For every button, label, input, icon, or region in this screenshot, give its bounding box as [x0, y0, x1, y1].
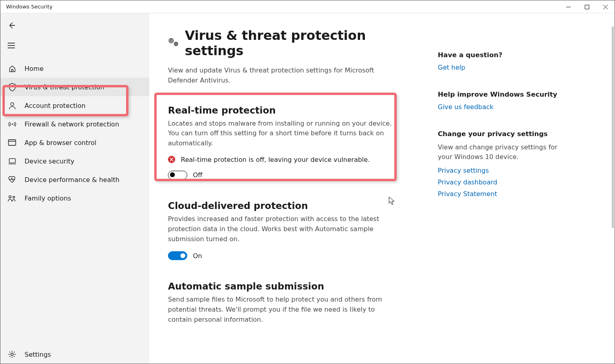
sidebar: Home Virus & threat protection Account p…: [0, 13, 149, 364]
section-sample: Automatic sample submission Send sample …: [168, 281, 426, 325]
side-block-title: Help improve Windows Security: [438, 91, 559, 98]
warning-row: Real-time protection is off, leaving you…: [168, 156, 426, 163]
section-cloud: Cloud-delivered protection Provides incr…: [168, 201, 426, 260]
svg-rect-3: [8, 140, 16, 145]
page-subtitle: View and update Virus & threat protectio…: [168, 66, 393, 86]
laptop-icon: [8, 158, 17, 164]
section-title: Cloud-delivered protection: [168, 201, 426, 211]
home-icon: [8, 65, 17, 72]
side-block-description: View and change privacy settings for you…: [438, 143, 559, 162]
svg-point-1: [10, 102, 14, 105]
window-controls: [559, 0, 615, 13]
titlebar: Windows Security: [0, 0, 615, 13]
minimize-button[interactable]: [559, 0, 578, 13]
sidebar-item-label: Family options: [25, 194, 71, 202]
page-header: Virus & threat protection settings: [168, 28, 426, 58]
menu-button[interactable]: [8, 37, 24, 54]
sidebar-item-label: Firewall & network protection: [25, 120, 119, 128]
side-block-title: Change your privacy settings: [438, 130, 559, 138]
window-title: Windows Security: [6, 4, 53, 10]
sidebar-item-app-browser[interactable]: App & browser control: [0, 133, 149, 152]
svg-point-2: [12, 124, 13, 125]
sidebar-item-family[interactable]: Family options: [0, 189, 149, 207]
side-block-question: Have a question? Get help: [438, 51, 559, 71]
cloud-toggle[interactable]: [168, 251, 187, 260]
svg-point-9: [169, 38, 174, 43]
svg-point-10: [175, 43, 177, 45]
sidebar-item-firewall[interactable]: Firewall & network protection: [0, 115, 149, 133]
sidebar-item-settings[interactable]: Settings: [0, 345, 149, 364]
maximize-button[interactable]: [578, 0, 596, 13]
sidebar-item-virus-threat[interactable]: Virus & threat protection: [0, 78, 149, 96]
warning-text: Real-time protection is off, leaving you…: [181, 156, 370, 163]
svg-point-6: [13, 196, 15, 198]
sidebar-item-label: App & browser control: [25, 139, 96, 147]
heart-icon: [8, 176, 17, 183]
error-icon: [168, 156, 175, 163]
sidebar-item-label: Settings: [25, 351, 51, 358]
svg-point-11: [174, 42, 178, 46]
svg-point-7: [11, 353, 13, 356]
side-column: Have a question? Get help Help improve W…: [438, 28, 559, 364]
close-button[interactable]: [596, 0, 615, 13]
app-window-icon: [8, 139, 17, 146]
shield-icon: [8, 83, 17, 91]
section-title: Real-time protection: [168, 105, 426, 116]
privacy-settings-link[interactable]: Privacy settings: [438, 167, 559, 174]
svg-rect-4: [9, 158, 15, 162]
scrollbar[interactable]: [612, 27, 614, 228]
svg-point-5: [9, 195, 11, 198]
get-help-link[interactable]: Get help: [438, 64, 559, 71]
section-title: Automatic sample submission: [168, 281, 426, 292]
toggle-state-label: Off: [193, 171, 203, 179]
sidebar-item-label: Device security: [25, 157, 75, 165]
family-icon: [8, 195, 17, 202]
side-block-improve: Help improve Windows Security Give us fe…: [438, 91, 559, 111]
realtime-toggle[interactable]: [168, 171, 187, 180]
person-icon: [8, 102, 17, 110]
section-description: Provides increased and faster protection…: [168, 214, 393, 244]
content-area: Virus & threat protection settings View …: [149, 13, 615, 364]
sidebar-item-device-performance[interactable]: Device performance & health: [0, 170, 149, 189]
sidebar-item-label: Home: [25, 65, 43, 72]
sidebar-item-device-security[interactable]: Device security: [0, 152, 149, 170]
sidebar-item-label: Device performance & health: [25, 176, 120, 184]
privacy-statement-link[interactable]: Privacy Statement: [438, 190, 559, 198]
section-realtime: Real-time protection Locates and stops m…: [168, 105, 426, 180]
privacy-dashboard-link[interactable]: Privacy dashboard: [438, 178, 559, 186]
sidebar-item-account[interactable]: Account protection: [0, 96, 149, 115]
page-title: Virus & threat protection settings: [185, 28, 426, 58]
section-description: Send sample files to Microsoft to help p…: [168, 295, 393, 325]
svg-point-8: [170, 39, 172, 41]
side-block-privacy: Change your privacy settings View and ch…: [438, 130, 559, 198]
back-button[interactable]: [8, 17, 24, 33]
radio-icon: [8, 121, 17, 128]
feedback-link[interactable]: Give us feedback: [438, 103, 559, 111]
svg-rect-0: [585, 5, 589, 9]
toggle-state-label: On: [193, 252, 202, 260]
gear-icon: [8, 350, 17, 358]
section-description: Locates and stops malware from installin…: [168, 119, 393, 149]
sidebar-item-label: Account protection: [25, 102, 85, 110]
sidebar-item-label: Virus & threat protection: [25, 83, 104, 91]
settings-gears-icon: [168, 37, 179, 49]
sidebar-item-home[interactable]: Home: [0, 59, 149, 78]
side-block-title: Have a question?: [438, 51, 559, 59]
